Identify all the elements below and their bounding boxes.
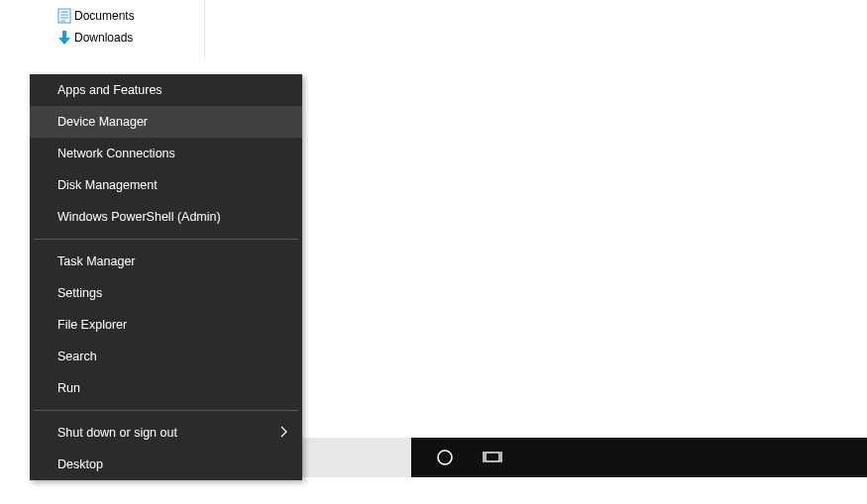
taskbar-cortana-button[interactable] bbox=[421, 438, 469, 477]
menu-search[interactable]: Search bbox=[30, 341, 302, 372]
menu-apps-and-features[interactable]: Apps and Features bbox=[30, 74, 302, 106]
nav-item-downloads[interactable]: Downloads bbox=[54, 27, 135, 49]
nav-item-label: Documents bbox=[74, 9, 135, 23]
menu-shut-down-or-sign-out[interactable]: Shut down or sign out bbox=[30, 417, 302, 449]
svg-point-5 bbox=[438, 451, 452, 464]
task-view-icon bbox=[483, 450, 502, 465]
menu-item-label: Run bbox=[57, 381, 80, 395]
menu-item-label: Apps and Features bbox=[57, 83, 163, 97]
chevron-right-icon bbox=[280, 426, 288, 441]
menu-item-label: File Explorer bbox=[57, 318, 127, 332]
menu-item-label: Windows PowerShell (Admin) bbox=[57, 210, 221, 224]
menu-item-label: Settings bbox=[57, 286, 102, 300]
menu-separator bbox=[34, 239, 298, 240]
menu-task-manager[interactable]: Task Manager bbox=[30, 246, 302, 277]
menu-settings[interactable]: Settings bbox=[30, 277, 302, 309]
nav-item-label: Downloads bbox=[74, 31, 133, 45]
menu-item-label: Network Connections bbox=[57, 147, 175, 160]
menu-item-label: Device Manager bbox=[57, 115, 148, 129]
downloads-icon bbox=[54, 30, 74, 46]
menu-windows-powershell-admin[interactable]: Windows PowerShell (Admin) bbox=[30, 201, 302, 233]
menu-item-label: Disk Management bbox=[57, 178, 158, 192]
menu-item-label: Desktop bbox=[57, 457, 103, 471]
documents-icon bbox=[54, 8, 74, 24]
menu-device-manager[interactable]: Device Manager bbox=[30, 106, 302, 138]
explorer-nav-pane: Documents Downloads bbox=[54, 5, 135, 49]
cortana-circle-icon bbox=[436, 449, 454, 466]
taskbar-task-view-button[interactable] bbox=[469, 438, 516, 477]
menu-network-connections[interactable]: Network Connections bbox=[30, 138, 302, 169]
menu-desktop[interactable]: Desktop bbox=[30, 449, 302, 480]
menu-item-label: Search bbox=[57, 350, 97, 363]
menu-run[interactable]: Run bbox=[30, 372, 302, 404]
winx-context-menu: Apps and Features Device Manager Network… bbox=[30, 74, 302, 480]
svg-rect-6 bbox=[486, 453, 499, 461]
nav-pane-divider bbox=[204, 0, 205, 59]
taskbar-light-segment bbox=[302, 438, 411, 477]
menu-item-label: Shut down or sign out bbox=[57, 426, 177, 440]
menu-file-explorer[interactable]: File Explorer bbox=[30, 309, 302, 341]
taskbar bbox=[411, 438, 867, 477]
menu-item-label: Task Manager bbox=[57, 254, 136, 268]
menu-separator bbox=[34, 410, 298, 411]
nav-item-documents[interactable]: Documents bbox=[54, 5, 135, 27]
menu-disk-management[interactable]: Disk Management bbox=[30, 169, 302, 201]
